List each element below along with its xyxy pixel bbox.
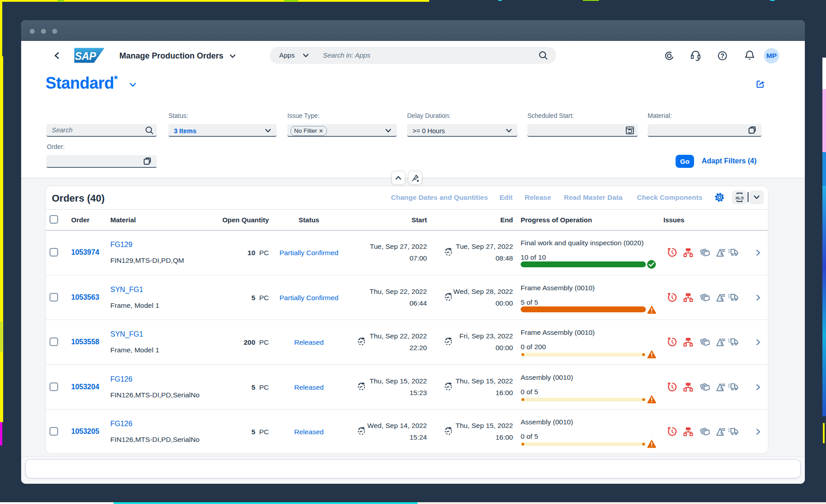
svg-text:SAP: SAP — [75, 50, 96, 62]
svg-text:XLS: XLS — [735, 195, 744, 200]
svg-text:?: ? — [721, 52, 725, 59]
